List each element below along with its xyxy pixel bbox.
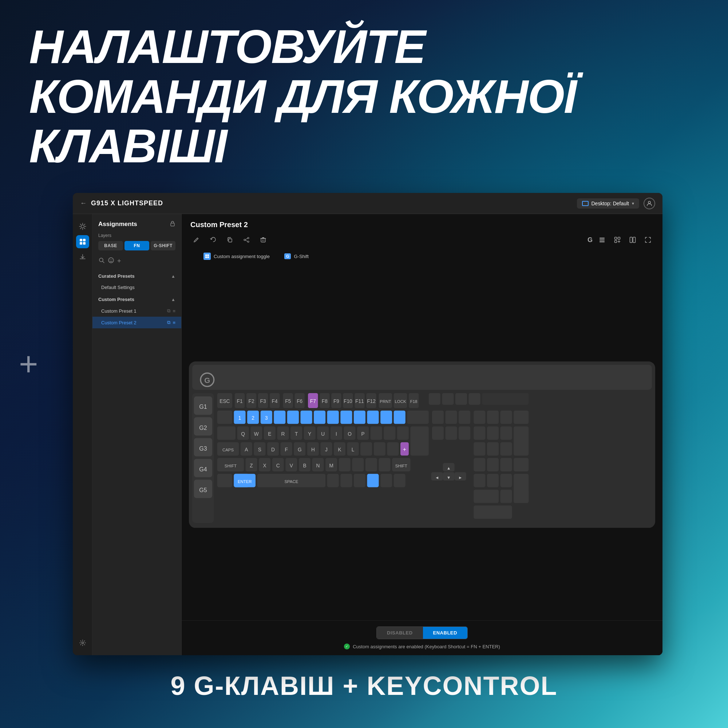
monitor-icon (582, 201, 589, 206)
custom-preset-2-label: Custom Preset 2 (101, 320, 136, 326)
gshift-toggle[interactable]: G G-Shift (280, 251, 313, 262)
svg-text:CAPS: CAPS (222, 448, 234, 452)
svg-text:F12: F12 (367, 399, 376, 404)
svg-rect-198 (352, 458, 364, 471)
svg-text:G1: G1 (199, 404, 207, 410)
enabled-toggle-btn[interactable]: ENABLED (423, 627, 467, 639)
base-layer-btn[interactable]: BASE (98, 241, 123, 251)
custom-preset-1-item[interactable]: Custom Preset 1 ⧉ ≡ (92, 305, 181, 317)
svg-rect-151 (500, 426, 512, 440)
add-icon[interactable]: + (117, 257, 121, 265)
add-view-btn[interactable] (612, 234, 623, 246)
svg-rect-103 (274, 411, 285, 424)
copy-icon-2[interactable]: ⧉ (167, 320, 170, 326)
gshift-badge: G (284, 253, 291, 259)
svg-rect-34 (600, 241, 605, 242)
svg-rect-10 (80, 239, 82, 241)
svg-rect-207 (500, 458, 512, 471)
left-panel: Assignments Layers BASE FN G-SHIFT (92, 214, 182, 655)
curated-chevron-icon: ▲ (171, 274, 176, 279)
svg-text:◄: ◄ (435, 475, 439, 479)
svg-rect-232 (500, 489, 512, 503)
edit-icon-2[interactable]: ≡ (173, 320, 176, 326)
svg-rect-209 (217, 474, 232, 487)
list-view-btn[interactable] (596, 234, 608, 246)
toolbar-left (190, 234, 269, 246)
svg-rect-15 (171, 223, 174, 226)
svg-rect-199 (366, 458, 377, 471)
svg-rect-115 (445, 411, 457, 424)
svg-rect-105 (301, 411, 312, 424)
status-message: ✓ Custom assignments are enabled (Keyboa… (344, 644, 500, 649)
layers-buttons: BASE FN G-SHIFT (92, 241, 181, 255)
g-logo-btn[interactable]: G (587, 236, 593, 244)
svg-rect-41 (633, 237, 636, 243)
edit-icon[interactable]: ≡ (173, 308, 176, 314)
svg-text:X: X (263, 463, 266, 468)
svg-text:F4: F4 (272, 399, 278, 404)
gshift-layer-btn[interactable]: G-SHIFT (151, 241, 176, 251)
download-sidebar-icon[interactable] (76, 251, 89, 263)
profile-dropdown[interactable]: Desktop: Default ▾ (577, 198, 639, 209)
svg-rect-179 (487, 442, 499, 456)
svg-text:F3: F3 (260, 399, 266, 404)
svg-rect-229 (500, 474, 512, 487)
svg-rect-35 (615, 237, 617, 240)
svg-text:SHIFT: SHIFT (395, 463, 407, 468)
fn-layer-btn[interactable]: FN (124, 241, 149, 251)
svg-rect-45 (208, 257, 209, 258)
custom-assignment-toggle[interactable]: Custom assignment toggle (199, 251, 274, 262)
custom-preset-2-item[interactable]: Custom Preset 2 ⧉ ≡ (92, 317, 181, 328)
columns-btn[interactable] (627, 234, 638, 246)
svg-rect-149 (474, 426, 485, 440)
svg-text:H: H (311, 447, 315, 453)
app-window: ← G915 X LIGHTSPEED Desktop: Default ▾ (73, 193, 662, 655)
user-icon[interactable] (644, 198, 655, 209)
copy-toolbar-btn[interactable] (224, 234, 236, 246)
svg-rect-218 (367, 474, 379, 487)
svg-text:F7: F7 (310, 399, 316, 404)
svg-text:3: 3 (265, 415, 268, 421)
svg-text:G3: G3 (199, 445, 207, 452)
svg-rect-152 (514, 426, 529, 455)
svg-point-24 (248, 241, 249, 242)
back-button[interactable]: ← (80, 199, 87, 207)
svg-text:Y: Y (308, 431, 311, 436)
svg-rect-47 (192, 365, 652, 390)
svg-rect-36 (618, 237, 620, 240)
svg-rect-197 (339, 458, 350, 471)
undo-toolbar-btn[interactable] (207, 234, 219, 246)
share-toolbar-btn[interactable] (241, 234, 252, 246)
svg-rect-117 (474, 411, 485, 424)
svg-rect-148 (459, 426, 470, 440)
svg-text:L: L (352, 447, 355, 453)
status-dot-icon: ✓ (344, 644, 350, 649)
settings-sidebar-icon[interactable] (76, 636, 89, 649)
svg-rect-106 (314, 411, 326, 424)
svg-text:O: O (348, 431, 352, 436)
copy-icon[interactable]: ⧉ (167, 308, 170, 314)
brightness-sidebar-icon[interactable] (76, 220, 89, 233)
svg-rect-219 (380, 474, 392, 487)
default-settings-item[interactable]: Default Settings (92, 282, 181, 293)
lock-icon (170, 220, 176, 228)
svg-rect-208 (514, 458, 529, 471)
svg-text:SHIFT: SHIFT (225, 463, 237, 468)
curated-presets-header[interactable]: Curated Presets ▲ (92, 270, 181, 282)
disabled-toggle-btn[interactable]: DISABLED (377, 627, 423, 639)
emoji-icon[interactable] (108, 257, 114, 265)
search-icon[interactable] (98, 257, 105, 265)
assignments-sidebar-icon[interactable] (76, 235, 89, 248)
expand-btn[interactable] (642, 234, 654, 246)
custom-presets-header[interactable]: Custom Presets ▲ (92, 293, 181, 305)
delete-toolbar-btn[interactable] (257, 234, 269, 246)
svg-rect-27 (261, 239, 265, 242)
status-bar: DISABLED ENABLED ✓ Custom assignments ar… (182, 620, 662, 655)
svg-point-22 (248, 237, 249, 239)
svg-line-8 (84, 224, 85, 225)
title-bar: ← G915 X LIGHTSPEED Desktop: Default ▾ (73, 193, 662, 214)
svg-rect-33 (600, 240, 605, 241)
edit-toolbar-btn[interactable] (190, 234, 202, 246)
svg-line-6 (80, 224, 81, 225)
svg-text:E: E (268, 431, 271, 436)
